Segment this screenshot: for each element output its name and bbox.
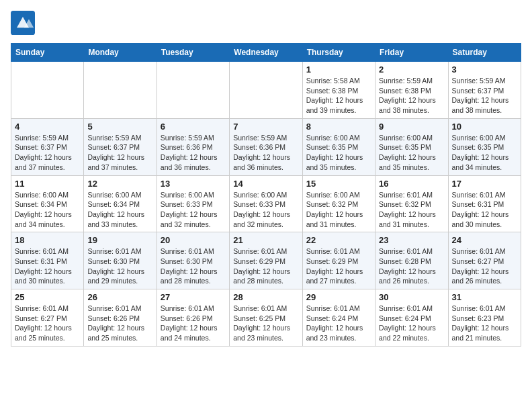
day-info: Sunrise: 6:00 AM Sunset: 6:33 PM Dayligh… [233,190,298,230]
weekday-header: Tuesday [157,44,229,62]
calendar-cell: 1Sunrise: 5:58 AM Sunset: 6:38 PM Daylig… [302,62,375,119]
day-info: Sunrise: 6:00 AM Sunset: 6:35 PM Dayligh… [306,133,371,173]
day-number: 1 [306,64,371,75]
day-number: 19 [87,235,152,245]
calendar-cell [230,62,302,119]
day-number: 6 [161,122,226,132]
day-number: 12 [87,179,152,189]
day-info: Sunrise: 6:01 AM Sunset: 6:29 PM Dayligh… [306,246,371,286]
day-info: Sunrise: 5:59 AM Sunset: 6:37 PM Dayligh… [452,76,517,116]
day-info: Sunrise: 6:01 AM Sunset: 6:24 PM Dayligh… [306,304,371,343]
calendar-week-row: 1Sunrise: 5:58 AM Sunset: 6:38 PM Daylig… [11,62,521,119]
calendar-cell: 7Sunrise: 5:59 AM Sunset: 6:36 PM Daylig… [230,118,302,175]
calendar-cell: 25Sunrise: 6:01 AM Sunset: 6:27 PM Dayli… [11,289,84,347]
day-number: 9 [379,122,444,132]
weekday-header: Friday [375,44,448,62]
calendar-cell: 14Sunrise: 6:00 AM Sunset: 6:33 PM Dayli… [230,175,302,232]
day-number: 25 [15,292,80,302]
day-info: Sunrise: 6:01 AM Sunset: 6:24 PM Dayligh… [379,304,444,343]
day-number: 5 [87,122,152,132]
day-number: 30 [379,292,444,302]
day-info: Sunrise: 5:59 AM Sunset: 6:37 PM Dayligh… [15,133,80,173]
logo [11,11,39,35]
calendar-cell [84,62,157,119]
day-info: Sunrise: 5:59 AM Sunset: 6:36 PM Dayligh… [161,133,226,173]
calendar-cell: 27Sunrise: 6:01 AM Sunset: 6:26 PM Dayli… [157,289,229,347]
day-number: 27 [161,292,226,302]
day-info: Sunrise: 6:01 AM Sunset: 6:30 PM Dayligh… [87,246,152,286]
calendar-cell: 20Sunrise: 6:01 AM Sunset: 6:30 PM Dayli… [157,232,229,289]
calendar-cell: 12Sunrise: 6:00 AM Sunset: 6:34 PM Dayli… [84,175,157,232]
logo-icon [11,11,35,35]
calendar-cell [157,62,229,119]
calendar-cell: 16Sunrise: 6:01 AM Sunset: 6:32 PM Dayli… [375,175,448,232]
calendar-cell: 30Sunrise: 6:01 AM Sunset: 6:24 PM Dayli… [375,289,448,347]
day-info: Sunrise: 6:01 AM Sunset: 6:32 PM Dayligh… [379,190,444,230]
day-info: Sunrise: 5:59 AM Sunset: 6:38 PM Dayligh… [379,76,444,116]
calendar-cell: 23Sunrise: 6:01 AM Sunset: 6:28 PM Dayli… [375,232,448,289]
calendar-cell: 22Sunrise: 6:01 AM Sunset: 6:29 PM Dayli… [302,232,375,289]
day-number: 29 [306,292,371,302]
calendar-week-row: 11Sunrise: 6:00 AM Sunset: 6:34 PM Dayli… [11,175,521,232]
calendar-cell: 21Sunrise: 6:01 AM Sunset: 6:29 PM Dayli… [230,232,302,289]
calendar-cell: 15Sunrise: 6:00 AM Sunset: 6:32 PM Dayli… [302,175,375,232]
day-info: Sunrise: 6:00 AM Sunset: 6:34 PM Dayligh… [15,190,80,230]
calendar-cell: 17Sunrise: 6:01 AM Sunset: 6:31 PM Dayli… [448,175,521,232]
weekday-header: Wednesday [230,44,302,62]
calendar-cell: 24Sunrise: 6:01 AM Sunset: 6:27 PM Dayli… [448,232,521,289]
weekday-header: Monday [84,44,157,62]
day-number: 14 [233,179,298,189]
day-number: 21 [233,235,298,245]
day-info: Sunrise: 6:00 AM Sunset: 6:33 PM Dayligh… [161,190,226,230]
day-info: Sunrise: 6:01 AM Sunset: 6:30 PM Dayligh… [161,246,226,286]
day-number: 11 [15,179,80,189]
calendar-cell: 4Sunrise: 5:59 AM Sunset: 6:37 PM Daylig… [11,118,84,175]
day-info: Sunrise: 5:59 AM Sunset: 6:36 PM Dayligh… [233,133,298,173]
day-info: Sunrise: 6:01 AM Sunset: 6:28 PM Dayligh… [379,246,444,286]
day-info: Sunrise: 5:58 AM Sunset: 6:38 PM Dayligh… [306,76,371,116]
calendar-cell: 18Sunrise: 6:01 AM Sunset: 6:31 PM Dayli… [11,232,84,289]
calendar-cell: 10Sunrise: 6:00 AM Sunset: 6:35 PM Dayli… [448,118,521,175]
day-info: Sunrise: 6:00 AM Sunset: 6:35 PM Dayligh… [452,133,517,173]
day-number: 26 [87,292,152,302]
day-info: Sunrise: 6:01 AM Sunset: 6:27 PM Dayligh… [15,304,80,343]
day-number: 18 [15,235,80,245]
calendar-cell: 5Sunrise: 5:59 AM Sunset: 6:37 PM Daylig… [84,118,157,175]
day-number: 4 [15,122,80,132]
calendar-week-row: 18Sunrise: 6:01 AM Sunset: 6:31 PM Dayli… [11,232,521,289]
day-number: 7 [233,122,298,132]
weekday-header: Thursday [302,44,375,62]
calendar-cell: 28Sunrise: 6:01 AM Sunset: 6:25 PM Dayli… [230,289,302,347]
day-number: 17 [452,179,517,189]
day-info: Sunrise: 6:00 AM Sunset: 6:34 PM Dayligh… [87,190,152,230]
calendar-cell: 31Sunrise: 6:01 AM Sunset: 6:23 PM Dayli… [448,289,521,347]
calendar-cell: 6Sunrise: 5:59 AM Sunset: 6:36 PM Daylig… [157,118,229,175]
day-info: Sunrise: 6:01 AM Sunset: 6:31 PM Dayligh… [15,246,80,286]
calendar-cell: 11Sunrise: 6:00 AM Sunset: 6:34 PM Dayli… [11,175,84,232]
day-info: Sunrise: 6:01 AM Sunset: 6:26 PM Dayligh… [87,304,152,343]
day-info: Sunrise: 6:01 AM Sunset: 6:23 PM Dayligh… [452,304,517,343]
calendar-week-row: 4Sunrise: 5:59 AM Sunset: 6:37 PM Daylig… [11,118,521,175]
weekday-header: Saturday [448,44,521,62]
day-number: 22 [306,235,371,245]
day-number: 3 [452,64,517,75]
calendar-week-row: 25Sunrise: 6:01 AM Sunset: 6:27 PM Dayli… [11,289,521,347]
day-info: Sunrise: 6:01 AM Sunset: 6:27 PM Dayligh… [452,246,517,286]
calendar-header-row: SundayMondayTuesdayWednesdayThursdayFrid… [11,44,521,62]
day-number: 8 [306,122,371,132]
calendar-cell: 13Sunrise: 6:00 AM Sunset: 6:33 PM Dayli… [157,175,229,232]
day-number: 24 [452,235,517,245]
day-number: 15 [306,179,371,189]
calendar-table: SundayMondayTuesdayWednesdayThursdayFrid… [11,43,521,347]
day-info: Sunrise: 6:01 AM Sunset: 6:26 PM Dayligh… [161,304,226,343]
calendar-cell: 2Sunrise: 5:59 AM Sunset: 6:38 PM Daylig… [375,62,448,119]
calendar-cell [11,62,84,119]
day-number: 20 [161,235,226,245]
day-info: Sunrise: 6:00 AM Sunset: 6:35 PM Dayligh… [379,133,444,173]
day-number: 28 [233,292,298,302]
calendar-cell: 8Sunrise: 6:00 AM Sunset: 6:35 PM Daylig… [302,118,375,175]
day-info: Sunrise: 6:01 AM Sunset: 6:31 PM Dayligh… [452,190,517,230]
day-number: 23 [379,235,444,245]
day-info: Sunrise: 6:01 AM Sunset: 6:25 PM Dayligh… [233,304,298,343]
calendar-cell: 29Sunrise: 6:01 AM Sunset: 6:24 PM Dayli… [302,289,375,347]
